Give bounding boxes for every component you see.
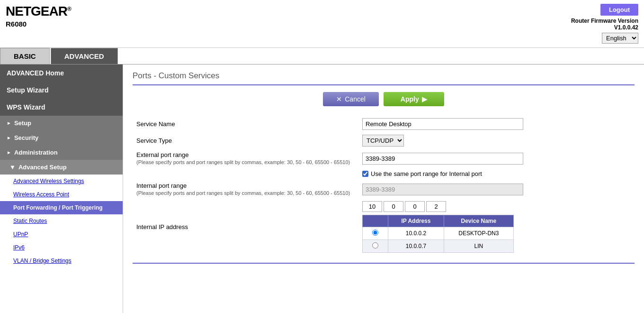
- model-label: R6080: [6, 20, 71, 28]
- firmware-info: Router Firmware Version V1.0.0.42: [571, 18, 638, 31]
- ip-octet-2[interactable]: [384, 201, 403, 212]
- internal-ip-input-cell: IP Address Device Name 10.0.0.2 DESKTOP-…: [358, 199, 635, 255]
- service-type-input-cell: TCP/UDP TCP UDP: [358, 132, 635, 149]
- internal-port-input[interactable]: [362, 184, 523, 195]
- sidebar-item-upnp[interactable]: UPnP: [0, 228, 123, 241]
- sidebar-item-vlan-bridge[interactable]: VLAN / Bridge Settings: [0, 254, 123, 267]
- device-table: IP Address Device Name 10.0.0.2 DESKTOP-…: [362, 215, 514, 253]
- advanced-setup-subitems: Advanced Wireless Settings Wireless Acce…: [0, 175, 123, 267]
- page-title: Ports - Custom Services: [133, 71, 635, 85]
- internal-ip-label: Internal IP address: [133, 199, 358, 255]
- arrow-icon: ►: [7, 120, 11, 126]
- device-table-header-device: Device Name: [444, 215, 513, 227]
- service-name-label: Service Name: [133, 116, 358, 132]
- sidebar-section-administration[interactable]: ► Administration: [0, 145, 123, 160]
- sidebar-item-ipv6[interactable]: IPv6: [0, 241, 123, 254]
- internal-port-input-cell: [358, 180, 635, 199]
- header: NETGEAR® R6080 Logout Router Firmware Ve…: [0, 0, 644, 48]
- table-row: 10.0.0.2 DESKTOP-DN3: [363, 227, 514, 240]
- header-left: NETGEAR® R6080: [6, 4, 71, 28]
- arrow-down-icon: ▼: [9, 164, 16, 171]
- tab-basic[interactable]: BASIC: [0, 48, 50, 64]
- device-radio-cell-2: [363, 240, 388, 253]
- button-row: ✕ Cancel Apply ▶: [133, 92, 635, 106]
- sidebar-section-advanced-setup[interactable]: ▼ Advanced Setup: [0, 160, 123, 175]
- internal-port-label: Internal port range (Please specify port…: [133, 180, 358, 199]
- cancel-button[interactable]: ✕ Cancel: [323, 92, 379, 106]
- service-name-input[interactable]: [362, 118, 523, 130]
- ip-octet-4[interactable]: [426, 201, 446, 212]
- internal-port-row: Internal port range (Please specify port…: [133, 180, 635, 199]
- sidebar-section-setup[interactable]: ► Setup: [0, 116, 123, 130]
- sidebar-item-setup-wizard[interactable]: Setup Wizard: [0, 82, 123, 99]
- device-radio-2[interactable]: [372, 242, 378, 249]
- external-port-row: External port range (Please specify port…: [133, 149, 635, 168]
- service-type-row: Service Type TCP/UDP TCP UDP: [133, 132, 635, 149]
- same-port-row: Use the same port range for Internal por…: [133, 168, 635, 180]
- internal-ip-row: Internal IP address IP Address: [133, 199, 635, 255]
- sidebar-item-advanced-wireless[interactable]: Advanced Wireless Settings: [0, 175, 123, 188]
- external-port-input[interactable]: [362, 153, 523, 165]
- device-table-header-ip: IP Address: [388, 215, 444, 227]
- service-name-input-cell: [358, 116, 635, 132]
- language-select[interactable]: English French German Spanish: [602, 33, 638, 44]
- brand-logo: NETGEAR®: [6, 4, 71, 19]
- ip-octet-3[interactable]: [405, 201, 425, 212]
- ip-address-fields: [362, 201, 631, 212]
- device-ip-1: 10.0.0.2: [388, 227, 444, 240]
- logout-button[interactable]: Logout: [600, 4, 638, 16]
- sidebar-item-wps-wizard[interactable]: WPS Wizard: [0, 99, 123, 116]
- header-right: Logout Router Firmware Version V1.0.0.42…: [571, 4, 638, 44]
- ip-octet-1[interactable]: [362, 201, 382, 212]
- device-radio-1[interactable]: [372, 230, 378, 236]
- external-port-note: (Please specify ports and port ranges sp…: [136, 159, 350, 165]
- internal-port-note: (Please specify ports and port ranges sp…: [136, 190, 350, 196]
- sidebar-item-port-forwarding[interactable]: Port Forwarding / Port Triggering: [0, 201, 123, 214]
- sidebar-item-static-routes[interactable]: Static Routes: [0, 214, 123, 228]
- sidebar: ADVANCED Home Setup Wizard WPS Wizard ► …: [0, 64, 123, 313]
- sidebar-item-wireless-access-point[interactable]: Wireless Access Point: [0, 188, 123, 201]
- external-port-input-cell: [358, 149, 635, 168]
- cancel-x-icon: ✕: [336, 95, 342, 103]
- arrow-icon: ►: [7, 150, 11, 155]
- external-port-label: External port range (Please specify port…: [133, 149, 358, 168]
- apply-button[interactable]: Apply ▶: [384, 92, 444, 106]
- service-type-label: Service Type: [133, 132, 358, 149]
- main-layout: ADVANCED Home Setup Wizard WPS Wizard ► …: [0, 64, 644, 313]
- tab-advanced[interactable]: ADVANCED: [51, 48, 118, 64]
- same-port-label: Use the same port range for Internal por…: [371, 170, 482, 177]
- device-table-header-row: IP Address Device Name: [363, 215, 514, 227]
- same-port-checkbox-row: Use the same port range for Internal por…: [362, 170, 631, 177]
- form-table: Service Name Service Type TCP/UDP TCP UD…: [133, 116, 635, 255]
- device-name-1: DESKTOP-DN3: [444, 227, 513, 240]
- sidebar-section-security[interactable]: ► Security: [0, 130, 123, 145]
- table-row: 10.0.0.7 LIN: [363, 240, 514, 253]
- device-ip-2: 10.0.0.7: [388, 240, 444, 253]
- service-type-select[interactable]: TCP/UDP TCP UDP: [362, 135, 404, 147]
- device-name-2: LIN: [444, 240, 513, 253]
- device-radio-cell-1: [363, 227, 388, 240]
- sidebar-item-advanced-home[interactable]: ADVANCED Home: [0, 64, 123, 82]
- device-table-header-select: [363, 215, 388, 227]
- bottom-divider: [133, 263, 635, 264]
- same-port-checkbox[interactable]: [362, 171, 368, 177]
- apply-arrow-icon: ▶: [422, 95, 427, 103]
- service-name-row: Service Name: [133, 116, 635, 132]
- arrow-icon: ►: [7, 135, 11, 140]
- content-area: Ports - Custom Services ✕ Cancel Apply ▶…: [123, 64, 644, 313]
- tab-row: BASIC ADVANCED: [0, 48, 644, 64]
